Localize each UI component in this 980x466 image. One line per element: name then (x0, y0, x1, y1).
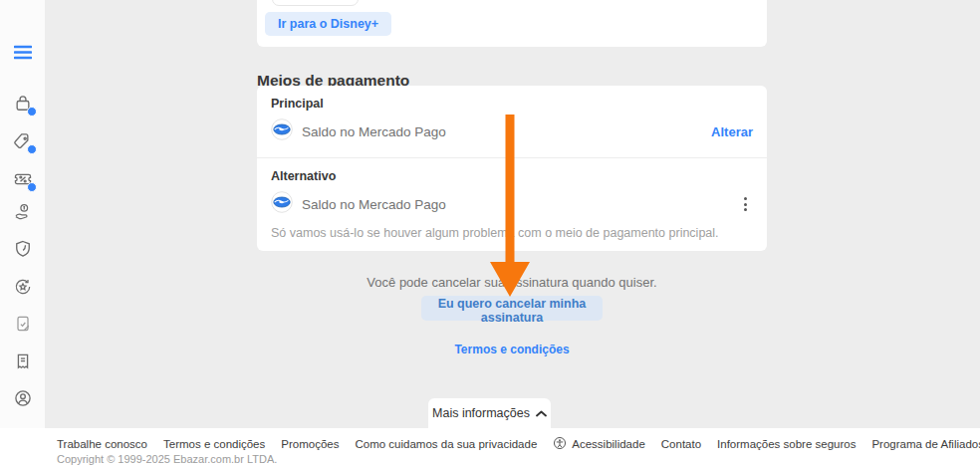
notification-dot (27, 107, 37, 116)
hand-money-icon[interactable] (12, 201, 34, 223)
primary-method-name: Saldo no Mercado Pago (302, 124, 446, 139)
sidebar (0, 0, 45, 428)
alternative-method-row: Saldo no Mercado Pago (271, 192, 753, 216)
primary-method-row: Saldo no Mercado Pago Alterar (271, 119, 753, 143)
loyalty-star-icon[interactable] (12, 276, 34, 298)
footer-link-contato[interactable]: Contato (661, 438, 701, 450)
footer-link-seguros[interactable]: Informações sobre seguros (717, 438, 856, 450)
terms-and-conditions-link[interactable]: Termos e condições (257, 343, 767, 356)
card-divider (257, 157, 767, 158)
chevron-up-icon (536, 406, 547, 420)
coupon-icon[interactable] (12, 168, 34, 190)
cancel-hint-text: Você pode cancelar sua assinatura quando… (257, 275, 767, 290)
footer-link-trabalhe-conosco[interactable]: Trabalhe conosco (57, 438, 147, 450)
footer-link-acessibilidade[interactable]: Acessibilidade (553, 436, 645, 452)
tag-icon[interactable] (12, 130, 34, 152)
footer-links: Trabalhe conosco Termos e condições Prom… (57, 436, 980, 452)
document-check-icon[interactable] (12, 313, 34, 335)
notification-dot (27, 182, 37, 192)
primary-label: Principal (271, 97, 324, 111)
footer-link-privacidade[interactable]: Como cuidamos da sua privacidade (355, 438, 537, 450)
more-information-label: Mais informações (432, 406, 530, 420)
mercado-pago-icon (271, 191, 293, 217)
receipt-icon[interactable] (12, 350, 34, 372)
alternative-note: Só vamos usá-lo se houver algum problema… (271, 226, 719, 240)
footer-link-promocoes[interactable]: Promoções (281, 438, 339, 450)
cut-off-element (272, 0, 359, 6)
more-information-button[interactable]: Mais informações (428, 398, 551, 428)
subscription-card: Ir para o Disney+ (257, 0, 767, 47)
footer: Trabalhe conosco Termos e condições Prom… (0, 428, 980, 466)
footer-link-termos[interactable]: Termos e condições (163, 438, 265, 450)
accessibility-icon (553, 436, 567, 452)
kebab-menu-icon[interactable] (737, 195, 753, 213)
footer-link-label: Acessibilidade (572, 438, 645, 450)
copyright-text: Copyright © 1999-2025 Ebazar.com.br LTDA… (57, 453, 277, 465)
account-icon[interactable] (12, 387, 34, 409)
menu-icon[interactable] (12, 41, 34, 63)
alternative-method-name: Saldo no Mercado Pago (302, 197, 446, 212)
cancel-subscription-button[interactable]: Eu quero cancelar minha assinatura (421, 296, 603, 321)
footer-link-afiliados[interactable]: Programa de Afiliados (871, 438, 980, 450)
mercado-pago-icon (271, 118, 293, 144)
go-to-disney-button[interactable]: Ir para o Disney+ (265, 12, 391, 36)
change-payment-link[interactable]: Alterar (711, 124, 753, 139)
payment-methods-card: Principal Saldo no Mercado Pago Alterar … (257, 86, 767, 251)
alternative-label: Alternativo (271, 169, 336, 183)
notification-dot (27, 144, 37, 154)
shopping-bag-icon[interactable] (12, 93, 34, 115)
subscription-page: Ir para o Disney+ Meios de pagamento Pri… (0, 0, 980, 466)
shield-icon[interactable] (12, 238, 34, 260)
